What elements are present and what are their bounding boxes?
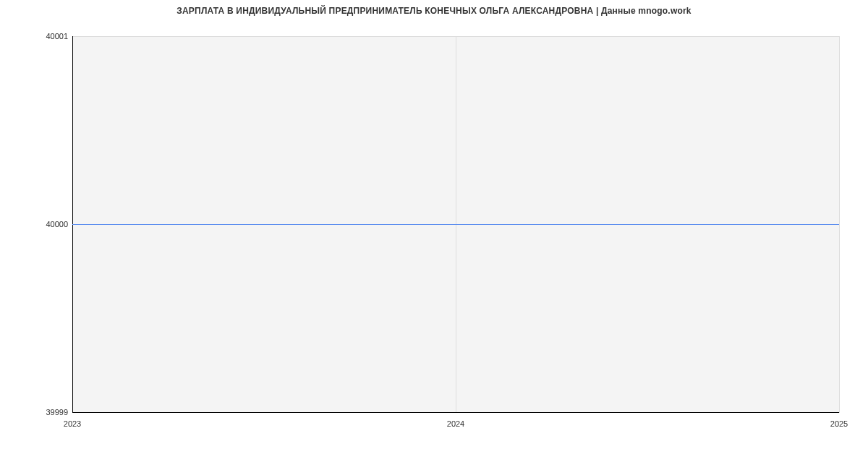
x-axis (72, 412, 839, 413)
y-tick-39999: 39999 (3, 408, 68, 416)
x-tick-2023: 2023 (64, 419, 81, 428)
salary-chart: ЗАРПЛАТА В ИНДИВИДУАЛЬНЫЙ ПРЕДПРИНИМАТЕЛ… (0, 0, 868, 470)
y-tick-40000: 40000 (3, 220, 68, 228)
x-tick-2024: 2024 (447, 419, 464, 428)
x-tick-2025: 2025 (830, 419, 848, 428)
series-salary-line (72, 224, 839, 225)
gridline-2024 (456, 37, 456, 413)
chart-title: ЗАРПЛАТА В ИНДИВИДУАЛЬНЫЙ ПРЕДПРИНИМАТЕЛ… (0, 6, 868, 16)
y-tick-40001: 40001 (3, 32, 68, 40)
